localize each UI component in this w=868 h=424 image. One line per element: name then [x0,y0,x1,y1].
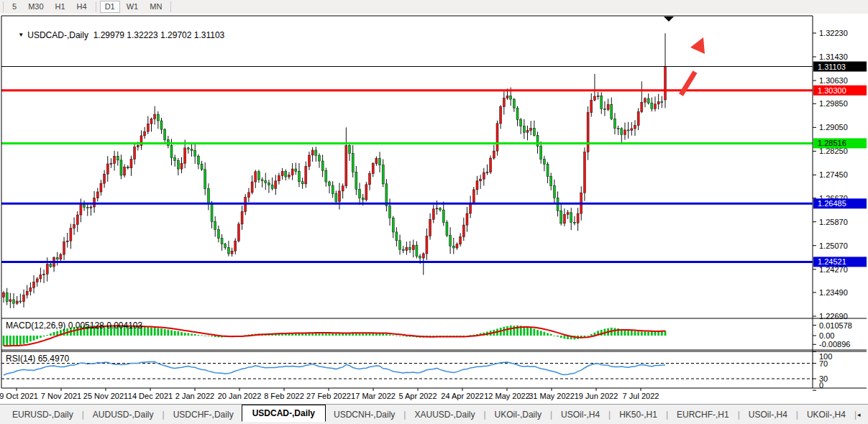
price-axis-label: 1.25070 [819,241,848,250]
date-axis-label: 12 May 2022 [484,392,530,400]
date-axis-label: 17 Mar 2022 [351,392,396,400]
price-badge-1.26485: 1.26485 [813,198,867,208]
tab-eurusd-daily[interactable]: EURUSD-,Daily [4,406,81,423]
date-axis-label: 27 Feb 2022 [306,392,351,400]
date-axis-label: 20 Jan 2022 [218,392,262,400]
tab-usoil-h4[interactable]: USOil-,H4 [741,406,795,423]
tab-usdchf-daily[interactable]: USDCHF-,Daily [165,406,242,423]
rsi-axis-label: 70 [819,359,828,368]
price-axis-label: 1.32230 [819,29,848,37]
tab-usoil-h4[interactable]: USOil-,H4 [553,406,608,423]
toolbar-separator [170,1,171,12]
tab-eurchf-h1[interactable]: EURCHF-,H1 [669,406,737,423]
date-axis-label: 31 May 2022 [529,392,575,400]
tab-audusd-daily[interactable]: AUDUSD-,Daily [85,406,162,423]
tab-usdcad-daily[interactable]: USDCAD-,Daily [242,405,326,422]
macd-axis-label: 0.010578 [819,321,852,330]
date-axis-label: 19 Jun 2022 [575,392,618,400]
timeframe-button-w1[interactable]: W1 [122,1,144,13]
macd-axis-label: 0.00 [819,331,834,340]
date-axis-label: 2 Jan 2022 [175,392,214,400]
price-axis-label: 1.30630 [819,76,848,85]
svg-text:1.30300: 1.30300 [818,86,846,95]
date-axis-label: 7 Jul 2022 [623,392,659,400]
price-badge-1.28516: 1.28516 [813,138,867,148]
tab-usdcnh-daily[interactable]: USDCNH-,Daily [326,406,403,423]
price-axis-label: 1.29050 [819,123,848,132]
timeframe-button-5[interactable]: 5 [7,1,22,13]
chart-ohlc-values: 1.29979 1.32223 1.29702 1.31103 [93,30,225,40]
chart-dropdown-icon[interactable]: ▼ [18,32,24,38]
macd-indicator-label: MACD(12,26,9) 0.005128 0.004103 [6,321,142,331]
timeframe-button-m30[interactable]: M30 [23,1,48,13]
date-axis-label: 14 Dec 2021 [128,392,173,400]
date-axis-label: 8 Feb 2022 [264,392,304,400]
price-axis-label: 1.23490 [819,288,848,297]
chart-title-symbol: USDCAD-,Daily [27,30,88,40]
date-axis-label: 7 Nov 2021 [41,392,81,400]
price-axis-label: 1.22690 [819,312,848,321]
trading-terminal-window: 5M30H1H4D1W1MN 1.322301.314301.306301.29… [0,0,868,424]
svg-text:1.24521: 1.24521 [818,257,846,266]
tab-xauusd-daily[interactable]: XAUUSD-,Daily [406,406,483,423]
date-axis-label: 5 Apr 2022 [398,392,437,400]
timeframe-button-d1[interactable]: D1 [100,1,120,13]
macd-name: MACD(12,26,9) [6,321,65,331]
date-axis-label: 25 Nov 2021 [83,392,128,400]
price-axis-label: 1.31430 [819,52,848,61]
macd-signal-value: 0.004103 [106,321,142,331]
timeframe-button-h1[interactable]: H1 [50,1,70,13]
macd-main-value: 0.005128 [68,321,104,331]
price-axis-label: 1.29850 [819,99,848,108]
price-badge-1.31103: 1.31103 [813,62,867,72]
rsi-axis-label: 0 [819,381,823,390]
chart-title: ▼USDCAD-,Daily 1.29979 1.32223 1.29702 1… [9,20,224,50]
svg-text:1.28516: 1.28516 [818,139,846,147]
price-badge-1.24521: 1.24521 [813,257,867,267]
tab-ukoil-h4[interactable]: UKOil-,H4 [799,406,854,423]
date-axis-label: 19 Oct 2021 [0,392,38,400]
tab-scroll-left-icon[interactable]: ◂ [857,411,861,418]
price-axis-label: 1.25870 [819,218,848,226]
tab-hk50-h1[interactable]: HK50-,H1 [611,406,665,423]
rsi-indicator-label: RSI(14) 65.4970 [6,354,69,364]
price-axis-label: 1.27450 [819,170,848,179]
macd-axis-label: -0.00896 [819,340,850,349]
tab-ukoil-daily[interactable]: UKOil-,Daily [487,406,549,423]
svg-text:1.31103: 1.31103 [818,63,846,71]
svg-text:1.26485: 1.26485 [818,199,846,208]
rsi-value: 65.4970 [38,354,69,364]
timeframe-toolbar: 5M30H1H4D1W1MN [0,0,868,14]
chart-background [0,14,868,404]
toolbar-separator [96,1,96,12]
chart-canvas[interactable]: 1.322301.314301.306301.298501.290501.282… [0,14,868,404]
rsi-name: RSI(14) [6,354,35,364]
toolbar-separator [3,1,4,12]
price-badge-1.30300: 1.30300 [813,86,867,96]
symbol-tab-bar: EURUSD-,Daily|AUDUSD-,Daily|USDCHF-,Dail… [0,404,868,424]
timeframe-button-h4[interactable]: H4 [72,1,92,13]
date-axis-label: 24 Apr 2022 [441,392,483,400]
timeframe-button-mn[interactable]: MN [145,1,167,13]
